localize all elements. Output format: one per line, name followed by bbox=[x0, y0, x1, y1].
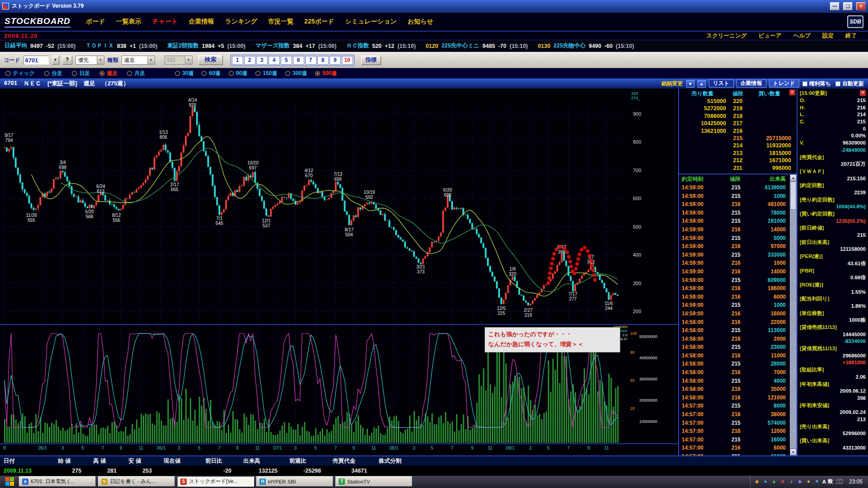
period-radio[interactable]: 日足 bbox=[72, 70, 90, 77]
period-radio[interactable]: 60週 bbox=[202, 70, 220, 77]
stockbar-button[interactable]: トレンド bbox=[769, 80, 799, 88]
tray-icon[interactable]: ◆ bbox=[797, 478, 803, 485]
period-radio[interactable]: 週足 bbox=[99, 70, 118, 77]
tray-icon[interactable]: ▼ bbox=[814, 478, 821, 485]
ticker-value: 9490 bbox=[589, 43, 601, 49]
chevron-down-icon[interactable]: ▼ bbox=[147, 56, 155, 64]
page-button[interactable]: 10 bbox=[342, 56, 353, 65]
period-radio[interactable]: 500週 bbox=[315, 70, 337, 77]
taskbar-app-icon: T bbox=[339, 479, 345, 485]
checkbox-icon[interactable] bbox=[835, 81, 840, 86]
stockbar-button[interactable]: リスト bbox=[709, 80, 734, 88]
ime-mode-indicator[interactable]: A bbox=[822, 479, 826, 484]
trade-row: 14:57:0021516000 bbox=[679, 436, 797, 445]
radio-icon bbox=[5, 71, 10, 76]
search-button[interactable]: 検索 bbox=[198, 55, 223, 65]
menu-item[interactable]: ボード bbox=[86, 18, 105, 26]
page-button[interactable]: 2 bbox=[244, 56, 255, 65]
stat-line: 52996000 bbox=[800, 430, 866, 437]
tray-icon[interactable]: ◆ bbox=[754, 478, 760, 485]
close-button[interactable]: ✕ bbox=[856, 2, 866, 10]
tray-icon[interactable]: ■ bbox=[779, 478, 786, 485]
page-button[interactable]: 1 bbox=[232, 56, 243, 65]
start-button[interactable] bbox=[5, 477, 14, 487]
menu-item[interactable]: シミュレーション bbox=[345, 18, 396, 26]
header-link[interactable]: スクリーニング bbox=[706, 32, 746, 40]
period-radio[interactable]: 30週 bbox=[175, 70, 193, 77]
chevron-down-icon[interactable]: ▼ bbox=[97, 56, 104, 64]
scrollbar[interactable]: ▲ ▼ bbox=[790, 174, 797, 455]
symbol-up-button[interactable]: ▲ bbox=[698, 80, 706, 88]
menu-item[interactable]: 市況一覧 bbox=[268, 18, 293, 26]
page-button[interactable]: 7 bbox=[305, 56, 316, 65]
menu-item[interactable]: 企業情報 bbox=[189, 18, 214, 26]
tray-icon[interactable]: ▲ bbox=[771, 478, 778, 485]
symbol-down-button[interactable]: ▼ bbox=[686, 80, 694, 88]
menu-item[interactable]: ランキング bbox=[225, 18, 257, 26]
ticker-label: ＴＯＰＩＸ bbox=[85, 42, 114, 50]
taskbar-button[interactable]: TStationTV bbox=[335, 476, 412, 487]
stat-line: 398 bbox=[800, 395, 866, 402]
scroll-thumb[interactable] bbox=[790, 182, 796, 210]
period-radio[interactable]: 150週 bbox=[255, 70, 277, 77]
header-link[interactable]: 終了 bbox=[845, 32, 857, 40]
title-bar[interactable]: ストックボード Version 3.79 — ❑ ✕ bbox=[0, 0, 868, 12]
day-dropdown[interactable]: 5日 ▼ bbox=[165, 56, 193, 65]
menu-item[interactable]: お知らせ bbox=[407, 18, 433, 26]
page-button[interactable]: 3 bbox=[256, 56, 268, 65]
page-button[interactable]: 9 bbox=[330, 56, 341, 65]
priority-dropdown[interactable]: 優先 ▼ bbox=[75, 56, 104, 65]
code-input[interactable] bbox=[24, 56, 49, 65]
menu-item[interactable]: 225ボード bbox=[304, 18, 334, 26]
indicator-button[interactable]: 指標 bbox=[361, 56, 381, 65]
scroll-up-icon[interactable]: ▲ bbox=[790, 174, 797, 181]
tray-icon[interactable]: ♪ bbox=[788, 478, 795, 485]
svg-text:11: 11 bbox=[604, 446, 609, 450]
close-icon[interactable]: ✕ bbox=[789, 89, 795, 95]
help-button[interactable]: ? bbox=[62, 56, 72, 65]
svg-text:7: 7 bbox=[218, 446, 221, 450]
close-icon[interactable]: ✕ bbox=[860, 90, 866, 96]
period-radio[interactable]: 90週 bbox=[229, 70, 247, 77]
trade-time: 14:57:00 bbox=[679, 445, 716, 453]
chart-annotation-box[interactable]: これも強かったのですが・・・ なんだか急に弱くなって、増資＞＜ bbox=[485, 327, 620, 352]
stockbar-checkbox[interactable]: 自動更新 bbox=[835, 80, 864, 88]
period-radio[interactable]: 月足 bbox=[127, 70, 145, 77]
chart-canvas[interactable]: 9008007006005004003002005000000040000000… bbox=[0, 89, 678, 455]
taskbar-button[interactable]: e6701: 日本電気 (... bbox=[19, 476, 96, 487]
stockbar-checkbox[interactable]: 権利落ち bbox=[802, 80, 831, 88]
header-link[interactable]: ビューア bbox=[759, 32, 782, 40]
header-link[interactable]: 設定 bbox=[822, 32, 834, 40]
page-button[interactable]: 6 bbox=[293, 56, 304, 65]
minimize-button[interactable]: — bbox=[830, 2, 840, 10]
maximize-button[interactable]: ❑ bbox=[843, 2, 853, 10]
type-dropdown[interactable]: 週足 ▼ bbox=[122, 56, 155, 65]
ticker-value: 9497 bbox=[30, 43, 43, 49]
header-link[interactable]: ヘルプ bbox=[793, 32, 811, 40]
period-radio[interactable]: ティック bbox=[5, 70, 35, 77]
ime-kana-indicator[interactable]: 般 bbox=[828, 478, 833, 485]
page-button[interactable]: 4 bbox=[269, 56, 280, 65]
checkbox-label: 自動更新 bbox=[842, 80, 864, 88]
buy-qty-header: 買い数量 bbox=[750, 90, 789, 98]
menu-item[interactable]: 一覧表示 bbox=[116, 18, 141, 26]
code-spin-button[interactable]: ▼ bbox=[52, 56, 59, 65]
taskbar-button[interactable]: Sストックボード[Ve... bbox=[177, 476, 254, 487]
menu-item[interactable]: チャート bbox=[152, 18, 178, 26]
stockbar-button[interactable]: 企業情報 bbox=[736, 80, 766, 88]
taskbar-button[interactable]: ✎日記を書く - みん... bbox=[98, 476, 175, 487]
taskbar-button[interactable]: HHYPER SBI bbox=[256, 476, 333, 487]
tray-icon[interactable]: ● bbox=[805, 478, 812, 485]
page-button[interactable]: 5 bbox=[281, 56, 292, 65]
scroll-down-icon[interactable]: ▼ bbox=[790, 449, 797, 455]
price-chart-area[interactable]: 9008007006005004003002005000000040000000… bbox=[0, 89, 679, 455]
period-radio[interactable]: 分足 bbox=[44, 70, 62, 77]
checkbox-icon[interactable] bbox=[802, 81, 807, 86]
page-button[interactable]: 8 bbox=[317, 56, 329, 65]
tray-icon[interactable]: ● bbox=[762, 478, 769, 485]
svg-text:5/20: 5/20 bbox=[85, 209, 94, 214]
ticker-change: -52 bbox=[46, 43, 54, 49]
period-radio[interactable]: 300週 bbox=[285, 70, 307, 77]
svg-text:7/13: 7/13 bbox=[334, 172, 343, 177]
chevron-down-icon[interactable]: ▼ bbox=[185, 56, 192, 64]
